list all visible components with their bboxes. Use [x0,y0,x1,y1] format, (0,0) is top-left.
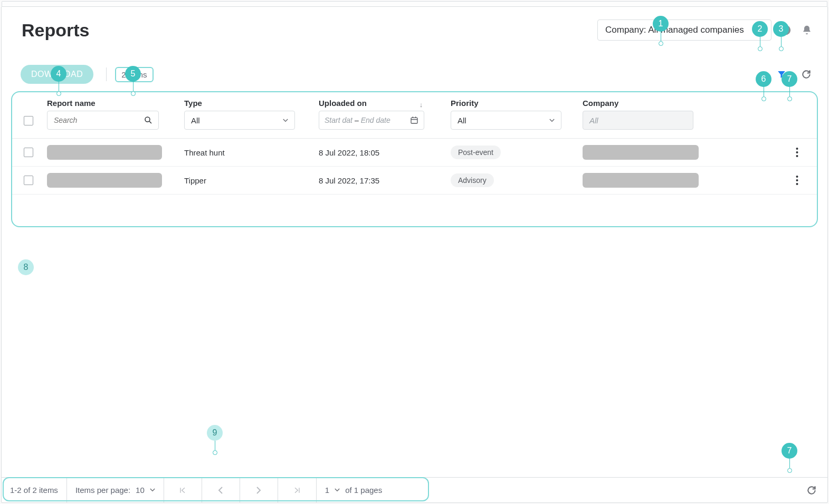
row-checkbox[interactable] [24,148,33,157]
report-name-search[interactable] [47,111,159,130]
chevron-down-icon [150,488,155,492]
filter-icon[interactable] [777,70,786,79]
app-frame: Reports Company: All managed companies ?… [1,6,828,503]
company-selector[interactable]: Company: All managed companies [597,20,771,41]
table-row: Tipper 8 Jul 2022, 17:35 Advisory [12,167,817,195]
svg-point-13 [796,183,798,185]
col-priority[interactable]: Priority [451,99,583,108]
sort-desc-icon[interactable]: ↓ [420,101,423,109]
select-all-checkbox[interactable] [24,116,33,125]
download-button[interactable]: DOWNLOAD [21,65,93,84]
svg-line-3 [149,121,151,123]
priority-badge: Advisory [451,173,494,187]
cell-uploaded: 8 Jul 2022, 17:35 [319,176,451,185]
next-page-button[interactable] [240,478,278,502]
svg-rect-4 [411,118,417,123]
page-title: Reports [22,20,89,41]
type-filter[interactable]: All [184,111,295,130]
company-redacted [583,173,699,188]
pagination-nav [164,478,317,502]
divider [106,67,107,81]
report-name-redacted[interactable] [47,145,162,160]
svg-point-8 [796,148,798,150]
last-page-button[interactable] [278,478,316,502]
report-name-redacted[interactable] [47,173,162,188]
cell-type: Tipper [184,176,319,185]
col-uploaded[interactable]: Uploaded on [319,99,367,108]
chevron-down-icon [549,119,555,122]
refresh-icon[interactable] [801,69,812,80]
cell-type: Threat hunt [184,148,319,157]
toolbar: DOWNLOAD 2 items [2,41,827,84]
col-company[interactable]: Company [583,99,781,108]
svg-point-12 [796,179,798,181]
item-count-badge: 2 items [115,67,153,82]
bell-icon[interactable] [800,23,814,37]
cell-uploaded: 8 Jul 2022, 18:05 [319,148,451,157]
page-of-control: 1 of 1 pages [317,478,390,502]
svg-point-11 [796,176,798,178]
per-page-select[interactable]: 10 [136,486,155,495]
pagination-range: 1-2 of 2 items [2,478,67,502]
help-icon[interactable]: ? [779,23,793,37]
chevron-down-icon [283,119,288,122]
search-icon [144,115,153,125]
company-filter[interactable]: All [583,111,693,130]
prev-page-button[interactable] [202,478,240,502]
col-type[interactable]: Type [184,99,319,108]
svg-text:?: ? [784,26,788,34]
svg-point-9 [796,151,798,153]
calendar-icon [410,116,418,124]
first-page-button[interactable] [164,478,202,502]
company-selector-label: Company: All managed companies [605,25,744,35]
more-vertical-icon [796,148,798,157]
svg-point-2 [145,117,150,122]
per-page-control: Items per page: 10 [67,478,164,502]
priority-badge: Post-event [451,146,501,159]
page-number-select[interactable]: 1 [325,486,340,495]
col-report-name[interactable]: Report name [47,99,184,108]
reports-table: Report name Type All Uploaded on [11,91,818,227]
refresh-icon[interactable] [806,485,817,496]
row-actions-menu[interactable] [781,148,813,157]
page-header: Reports Company: All managed companies ? [2,7,827,41]
row-actions-menu[interactable] [781,176,813,185]
table-row: Threat hunt 8 Jul 2022, 18:05 Post-event [12,139,817,167]
company-redacted [583,145,699,160]
table-header: Report name Type All Uploaded on [12,92,817,139]
svg-point-10 [796,155,798,157]
chevron-down-icon [757,28,764,32]
chevron-down-icon [335,488,340,492]
more-vertical-icon [796,176,798,185]
row-checkbox[interactable] [24,176,33,185]
date-range-filter[interactable]: Start dat – End date [319,111,424,130]
pagination-bar: 1-2 of 2 items Items per page: 10 [2,477,827,502]
priority-filter[interactable]: All [451,111,561,130]
search-input[interactable] [53,115,132,125]
